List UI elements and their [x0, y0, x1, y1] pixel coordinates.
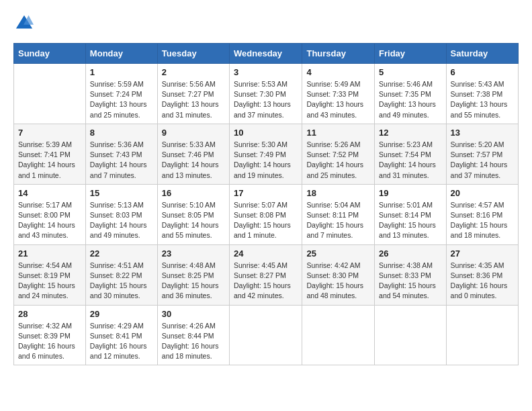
calendar-cell: 30Sunrise: 4:26 AM Sunset: 8:44 PM Dayli…	[157, 305, 229, 365]
day-number: 5	[379, 67, 441, 77]
day-number: 17	[234, 188, 298, 198]
day-number: 2	[162, 67, 225, 77]
calendar-cell: 10Sunrise: 5:30 AM Sunset: 7:49 PM Dayli…	[230, 124, 302, 184]
calendar-cell: 19Sunrise: 5:01 AM Sunset: 8:14 PM Dayli…	[375, 184, 446, 244]
week-row-3: 14Sunrise: 5:17 AM Sunset: 8:00 PM Dayli…	[14, 184, 519, 244]
logo	[13, 13, 34, 32]
day-info: Sunrise: 5:53 AM Sunset: 7:30 PM Dayligh…	[234, 79, 298, 120]
day-info: Sunrise: 4:42 AM Sunset: 8:30 PM Dayligh…	[306, 261, 370, 302]
day-number: 6	[451, 67, 514, 77]
day-number: 15	[90, 188, 153, 198]
day-info: Sunrise: 4:29 AM Sunset: 8:41 PM Dayligh…	[90, 321, 153, 362]
weekday-header-sunday: Sunday	[14, 44, 86, 64]
week-row-4: 21Sunrise: 4:54 AM Sunset: 8:19 PM Dayli…	[14, 244, 519, 305]
day-number: 1	[90, 67, 153, 77]
day-info: Sunrise: 5:10 AM Sunset: 8:05 PM Dayligh…	[162, 200, 225, 241]
day-number: 18	[306, 188, 370, 198]
calendar-cell	[375, 305, 446, 365]
day-number: 8	[90, 128, 153, 138]
calendar-cell: 18Sunrise: 5:04 AM Sunset: 8:11 PM Dayli…	[302, 184, 375, 244]
week-row-1: 1Sunrise: 5:59 AM Sunset: 7:24 PM Daylig…	[14, 64, 519, 124]
day-info: Sunrise: 4:54 AM Sunset: 8:19 PM Dayligh…	[18, 261, 81, 302]
day-number: 3	[234, 67, 298, 77]
day-info: Sunrise: 5:30 AM Sunset: 7:49 PM Dayligh…	[234, 140, 298, 181]
calendar-cell: 4Sunrise: 5:49 AM Sunset: 7:33 PM Daylig…	[302, 64, 375, 124]
calendar-cell	[14, 64, 86, 124]
day-number: 25	[306, 248, 370, 259]
day-info: Sunrise: 5:04 AM Sunset: 8:11 PM Dayligh…	[306, 200, 370, 241]
calendar-cell: 8Sunrise: 5:36 AM Sunset: 7:43 PM Daylig…	[85, 124, 157, 184]
day-info: Sunrise: 5:33 AM Sunset: 7:46 PM Dayligh…	[162, 140, 225, 181]
day-number: 4	[306, 67, 370, 77]
day-info: Sunrise: 5:07 AM Sunset: 8:08 PM Dayligh…	[234, 200, 298, 241]
day-info: Sunrise: 5:26 AM Sunset: 7:52 PM Dayligh…	[306, 140, 370, 181]
weekday-header-monday: Monday	[85, 44, 157, 64]
day-info: Sunrise: 5:13 AM Sunset: 8:03 PM Dayligh…	[90, 200, 153, 241]
day-info: Sunrise: 5:20 AM Sunset: 7:57 PM Dayligh…	[451, 140, 514, 181]
day-info: Sunrise: 5:56 AM Sunset: 7:27 PM Dayligh…	[162, 79, 225, 120]
day-number: 26	[379, 248, 441, 259]
calendar-cell: 16Sunrise: 5:10 AM Sunset: 8:05 PM Dayli…	[157, 184, 229, 244]
day-number: 7	[18, 128, 81, 138]
calendar-cell: 3Sunrise: 5:53 AM Sunset: 7:30 PM Daylig…	[230, 64, 302, 124]
day-number: 21	[18, 248, 81, 259]
calendar-cell: 14Sunrise: 5:17 AM Sunset: 8:00 PM Dayli…	[14, 184, 86, 244]
calendar-cell: 2Sunrise: 5:56 AM Sunset: 7:27 PM Daylig…	[157, 64, 229, 124]
day-info: Sunrise: 4:57 AM Sunset: 8:16 PM Dayligh…	[451, 200, 514, 241]
week-row-2: 7Sunrise: 5:39 AM Sunset: 7:41 PM Daylig…	[14, 124, 519, 184]
logo-icon	[15, 13, 34, 32]
calendar-cell: 5Sunrise: 5:46 AM Sunset: 7:35 PM Daylig…	[375, 64, 446, 124]
weekday-header-thursday: Thursday	[302, 44, 375, 64]
calendar-cell: 21Sunrise: 4:54 AM Sunset: 8:19 PM Dayli…	[14, 244, 86, 305]
day-info: Sunrise: 5:39 AM Sunset: 7:41 PM Dayligh…	[18, 140, 81, 181]
calendar-cell: 15Sunrise: 5:13 AM Sunset: 8:03 PM Dayli…	[85, 184, 157, 244]
calendar-cell: 25Sunrise: 4:42 AM Sunset: 8:30 PM Dayli…	[302, 244, 375, 305]
weekday-header-wednesday: Wednesday	[230, 44, 302, 64]
day-number: 10	[234, 128, 298, 138]
weekday-header-saturday: Saturday	[446, 44, 518, 64]
calendar-cell: 11Sunrise: 5:26 AM Sunset: 7:52 PM Dayli…	[302, 124, 375, 184]
calendar-cell: 17Sunrise: 5:07 AM Sunset: 8:08 PM Dayli…	[230, 184, 302, 244]
day-info: Sunrise: 5:49 AM Sunset: 7:33 PM Dayligh…	[306, 79, 370, 120]
day-number: 24	[234, 248, 298, 259]
day-number: 20	[451, 188, 514, 198]
calendar-cell: 29Sunrise: 4:29 AM Sunset: 8:41 PM Dayli…	[85, 305, 157, 365]
calendar-cell: 26Sunrise: 4:38 AM Sunset: 8:33 PM Dayli…	[375, 244, 446, 305]
calendar-cell: 7Sunrise: 5:39 AM Sunset: 7:41 PM Daylig…	[14, 124, 86, 184]
day-info: Sunrise: 4:32 AM Sunset: 8:39 PM Dayligh…	[18, 321, 81, 362]
calendar-cell: 24Sunrise: 4:45 AM Sunset: 8:27 PM Dayli…	[230, 244, 302, 305]
calendar-cell: 1Sunrise: 5:59 AM Sunset: 7:24 PM Daylig…	[85, 64, 157, 124]
day-number: 13	[451, 128, 514, 138]
calendar-cell	[230, 305, 302, 365]
day-number: 23	[162, 248, 225, 259]
calendar-cell: 22Sunrise: 4:51 AM Sunset: 8:22 PM Dayli…	[85, 244, 157, 305]
day-info: Sunrise: 5:59 AM Sunset: 7:24 PM Dayligh…	[90, 79, 153, 120]
calendar-cell: 9Sunrise: 5:33 AM Sunset: 7:46 PM Daylig…	[157, 124, 229, 184]
day-info: Sunrise: 5:43 AM Sunset: 7:38 PM Dayligh…	[451, 79, 514, 120]
day-number: 16	[162, 188, 225, 198]
day-number: 29	[90, 309, 153, 319]
day-info: Sunrise: 5:01 AM Sunset: 8:14 PM Dayligh…	[379, 200, 441, 241]
day-number: 14	[18, 188, 81, 198]
calendar-cell: 23Sunrise: 4:48 AM Sunset: 8:25 PM Dayli…	[157, 244, 229, 305]
day-number: 30	[162, 309, 225, 319]
day-info: Sunrise: 4:38 AM Sunset: 8:33 PM Dayligh…	[379, 261, 441, 302]
calendar-cell	[446, 305, 518, 365]
day-number: 11	[306, 128, 370, 138]
day-number: 9	[162, 128, 225, 138]
calendar-cell: 13Sunrise: 5:20 AM Sunset: 7:57 PM Dayli…	[446, 124, 518, 184]
calendar-cell: 27Sunrise: 4:35 AM Sunset: 8:36 PM Dayli…	[446, 244, 518, 305]
day-info: Sunrise: 4:45 AM Sunset: 8:27 PM Dayligh…	[234, 261, 298, 302]
calendar-table: SundayMondayTuesdayWednesdayThursdayFrid…	[13, 43, 519, 365]
day-number: 27	[451, 248, 514, 259]
calendar-cell: 28Sunrise: 4:32 AM Sunset: 8:39 PM Dayli…	[14, 305, 86, 365]
day-info: Sunrise: 4:48 AM Sunset: 8:25 PM Dayligh…	[162, 261, 225, 302]
week-row-5: 28Sunrise: 4:32 AM Sunset: 8:39 PM Dayli…	[14, 305, 519, 365]
day-info: Sunrise: 4:51 AM Sunset: 8:22 PM Dayligh…	[90, 261, 153, 302]
page-header	[13, 13, 519, 32]
day-info: Sunrise: 5:36 AM Sunset: 7:43 PM Dayligh…	[90, 140, 153, 181]
calendar-cell: 6Sunrise: 5:43 AM Sunset: 7:38 PM Daylig…	[446, 64, 518, 124]
weekday-header-tuesday: Tuesday	[157, 44, 229, 64]
day-info: Sunrise: 5:17 AM Sunset: 8:00 PM Dayligh…	[18, 200, 81, 241]
calendar-cell: 20Sunrise: 4:57 AM Sunset: 8:16 PM Dayli…	[446, 184, 518, 244]
